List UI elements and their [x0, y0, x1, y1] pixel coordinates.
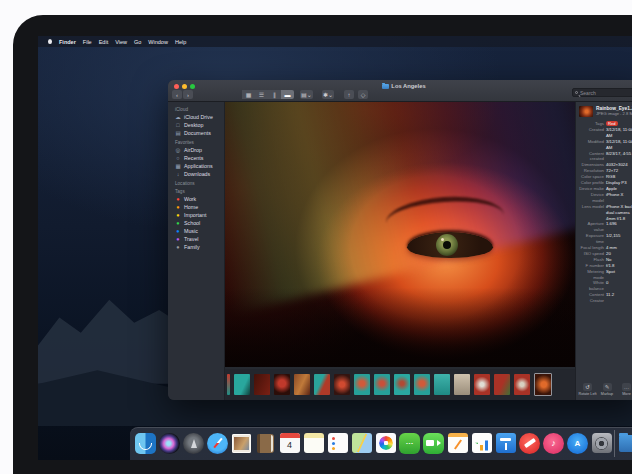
search-icon: [575, 91, 578, 94]
tag-button[interactable]: ◇: [358, 90, 368, 99]
thumbnail[interactable]: [394, 374, 410, 395]
quick-action-more[interactable]: … More: [617, 383, 632, 396]
sidebar-item-applications[interactable]: ▦Applications: [168, 162, 224, 170]
metadata-label: Modified: [579, 139, 606, 151]
dock-icon-reminders[interactable]: [326, 432, 349, 455]
metadata-value: 8/23/17, 4:55 PM: [606, 151, 632, 163]
sidebar-item-desktop[interactable]: □Desktop: [168, 121, 224, 129]
thumbnail[interactable]: [274, 374, 290, 395]
quick-action-markup[interactable]: ✎ Markup: [598, 383, 617, 396]
thumbnail[interactable]: [234, 374, 250, 395]
sidebar-item-tag-home[interactable]: ●Home: [168, 203, 224, 211]
view-mode-button-column-view[interactable]: ∥: [268, 90, 281, 99]
dock-icon-messages[interactable]: …: [398, 432, 421, 455]
thumbnail[interactable]: [514, 374, 530, 395]
menu-item[interactable]: Help: [175, 39, 186, 45]
dock-icon-appstore[interactable]: A: [566, 432, 589, 455]
thumbnail[interactable]: [334, 374, 350, 395]
metadata-label: Exposure time: [579, 233, 606, 245]
window-titlebar[interactable]: ‹ › ▦☰∥▬ ▤⌄ ✱⌄ ↑ ◇ Los Angeles Search: [168, 80, 632, 102]
dock-icon-maps[interactable]: [350, 432, 373, 455]
dock-icon-contacts[interactable]: [254, 432, 277, 455]
thumbnail[interactable]: [414, 374, 430, 395]
sidebar-item-tag-travel[interactable]: ●Travel: [168, 235, 224, 243]
sidebar-section-header: Favorites: [175, 140, 224, 145]
dock-icon-calendar[interactable]: 4: [278, 432, 301, 455]
minimize-button[interactable]: [182, 84, 187, 89]
metadata-label: Lens model: [579, 204, 606, 222]
dock-icon-itunes[interactable]: ♪: [542, 432, 565, 455]
close-button[interactable]: [174, 84, 179, 89]
sidebar-item-airdrop[interactable]: ◎AirDrop: [168, 146, 224, 154]
dock-icon-facetime[interactable]: [422, 432, 445, 455]
dock-icon-keynote[interactable]: [494, 432, 517, 455]
finder-sidebar: iCloud ☁iCloud Drive□Desktop▤Documents F…: [168, 102, 225, 400]
metadata-row: White balance 0: [579, 280, 632, 292]
sidebar-item-tag-school[interactable]: ●School: [168, 219, 224, 227]
thumbnail[interactable]: [314, 374, 330, 395]
thumbnail[interactable]: [374, 374, 390, 395]
search-field[interactable]: Search: [572, 88, 632, 97]
view-mode-button-icon-view[interactable]: ▦: [242, 90, 255, 99]
metadata-value: iPhone X back dual camera 4mm f/1.8: [606, 204, 632, 222]
menu-item[interactable]: Go: [134, 39, 141, 45]
menu-app-name[interactable]: Finder: [59, 39, 76, 45]
sidebar-item-tag-family[interactable]: ●Family: [168, 243, 224, 251]
share-button[interactable]: ↑: [344, 90, 354, 99]
photo-preview[interactable]: [225, 102, 575, 367]
thumbnail[interactable]: [227, 374, 230, 395]
sidebar-item-label: School: [184, 220, 200, 226]
dock-icon-finder[interactable]: [134, 432, 157, 455]
quick-action-rotate-left[interactable]: ↺ Rotate Left: [578, 383, 597, 396]
tag-school-icon: ●: [175, 220, 181, 226]
dock-icon-photos[interactable]: [374, 432, 397, 455]
back-button[interactable]: ‹: [172, 90, 182, 99]
action-menu-button[interactable]: ✱⌄: [322, 90, 334, 99]
sidebar-item-icloud-drive[interactable]: ☁iCloud Drive: [168, 113, 224, 121]
menu-item[interactable]: File: [83, 39, 92, 45]
zoom-button[interactable]: [190, 84, 195, 89]
thumbnail[interactable]: [254, 374, 270, 395]
sidebar-item-documents[interactable]: ▤Documents: [168, 129, 224, 137]
view-mode-segment: ▦☰∥▬: [242, 90, 294, 99]
dock-icon-folder[interactable]: [617, 432, 632, 455]
view-mode-button-list-view[interactable]: ☰: [255, 90, 268, 99]
dock-icon-mail[interactable]: [230, 432, 253, 455]
thumbnail[interactable]: [534, 373, 552, 396]
dock-icon-news[interactable]: [518, 432, 541, 455]
thumbnail[interactable]: [494, 374, 510, 395]
group-by-button[interactable]: ▤⌄: [300, 90, 313, 99]
dock-icon-numbers[interactable]: [470, 432, 493, 455]
dock-icon-safari[interactable]: [206, 432, 229, 455]
sidebar-item-recents[interactable]: ○Recents: [168, 154, 224, 162]
thumbnail[interactable]: [354, 374, 370, 395]
dock-icon-launchpad[interactable]: [182, 432, 205, 455]
chevron-down-icon: ⌄: [328, 91, 333, 99]
view-mode-button-gallery-view[interactable]: ▬: [281, 90, 294, 99]
sidebar-item-tag-work[interactable]: ●Work: [168, 195, 224, 203]
thumbnail[interactable]: [294, 374, 310, 395]
metadata-value: 3/12/18, 11:04 AM: [606, 139, 632, 151]
tag-badge[interactable]: Red: [606, 121, 618, 126]
menu-item[interactable]: Window: [148, 39, 168, 45]
search-placeholder: Search: [580, 90, 596, 96]
sidebar-item-downloads[interactable]: ↓Downloads: [168, 170, 224, 178]
thumbnail[interactable]: [474, 374, 490, 395]
metadata-label: Metering mode: [579, 269, 606, 281]
dock-icon-notes[interactable]: [302, 432, 325, 455]
sidebar-section: Favorites ◎AirDrop○Recents▦Applications↓…: [168, 140, 224, 178]
menu-item[interactable]: Edit: [99, 39, 108, 45]
sidebar-item-label: Downloads: [184, 171, 210, 177]
apple-menu-icon[interactable]: [48, 39, 52, 44]
dock-icon-pages[interactable]: [446, 432, 469, 455]
dock-icon-sysprefs[interactable]: [590, 432, 613, 455]
forward-button[interactable]: ›: [183, 90, 193, 99]
dock-icon-siri[interactable]: [158, 432, 181, 455]
thumbnail[interactable]: [454, 374, 470, 395]
thumbnail[interactable]: [434, 374, 450, 395]
metadata-label: Content Creator: [579, 292, 606, 304]
menu-item[interactable]: View: [115, 39, 127, 45]
dock-icon-divider[interactable]: [614, 432, 616, 455]
sidebar-item-tag-important[interactable]: ●Important: [168, 211, 224, 219]
sidebar-item-tag-music[interactable]: ●Music: [168, 227, 224, 235]
